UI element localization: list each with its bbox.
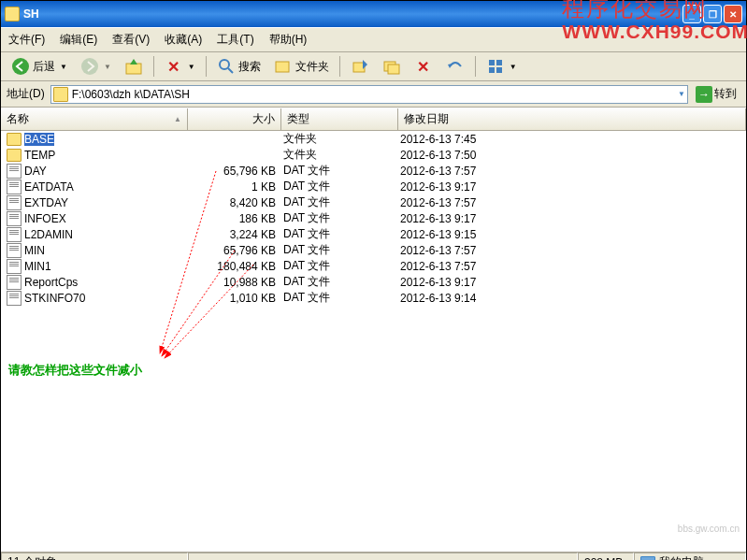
address-input-wrap[interactable]: ▼ (50, 85, 688, 104)
close-button[interactable]: ✕ (724, 5, 742, 23)
file-type: DAT 文件 (280, 210, 396, 226)
table-row[interactable]: EATDATA1 KBDAT 文件2012-6-13 9:17 (1, 179, 746, 194)
file-date: 2012-6-13 7:45 (396, 133, 744, 146)
separator (475, 56, 476, 77)
computer-icon (640, 556, 655, 561)
address-label: 地址(D) (7, 86, 45, 102)
toolbar: 后退 ▼ ▼ ✕ ▼ 搜索 文件夹 ✕ ▼ (1, 51, 746, 81)
column-size[interactable]: 大小 (188, 108, 281, 130)
search-label: 搜索 (238, 59, 261, 75)
file-date: 2012-6-13 7:57 (396, 165, 744, 178)
menu-help[interactable]: 帮助(H) (266, 30, 311, 50)
column-name[interactable]: 名称▲ (1, 108, 188, 130)
table-row[interactable]: INFOEX186 KBDAT 文件2012-6-13 9:17 (1, 210, 746, 226)
sort-asc-icon: ▲ (174, 115, 181, 123)
up-button[interactable] (120, 54, 148, 79)
statusbar: 11 个对象 328 MB 我的电脑 (1, 552, 746, 560)
table-row[interactable]: MIN1180,484 KBDAT 文件2012-6-13 7:57 (1, 258, 746, 274)
undo-button[interactable] (441, 54, 469, 79)
file-type: DAT 文件 (280, 226, 396, 242)
table-row[interactable]: BASE文件夹2012-6-13 7:45 (1, 131, 746, 147)
file-size: 1,010 KB (186, 292, 280, 305)
menubar: 文件(F) 编辑(E) 查看(V) 收藏(A) 工具(T) 帮助(H) (1, 27, 746, 51)
file-name: MIN (24, 244, 45, 257)
file-size: 3,224 KB (186, 228, 280, 241)
file-icon (7, 259, 22, 274)
file-name: EATDATA (24, 180, 74, 194)
status-count: 11 个对象 (1, 553, 188, 560)
file-type: 文件夹 (280, 147, 396, 163)
table-row[interactable]: MIN65,796 KBDAT 文件2012-6-13 7:57 (1, 242, 746, 258)
file-type: DAT 文件 (280, 242, 396, 258)
file-size: 10,988 KB (186, 276, 280, 289)
menu-favorites[interactable]: 收藏(A) (161, 30, 206, 50)
table-row[interactable]: L2DAMIN3,224 KBDAT 文件2012-6-13 9:15 (1, 226, 746, 242)
status-spacer (188, 553, 578, 560)
search-button[interactable]: 搜索 (212, 54, 266, 79)
undo-icon (446, 57, 465, 76)
go-button[interactable]: → 转到 (692, 84, 740, 105)
forward-button[interactable]: ▼ (76, 54, 116, 79)
column-type[interactable]: 类型 (281, 108, 398, 130)
file-icon (7, 291, 22, 306)
address-input[interactable] (72, 88, 676, 101)
delete2-button[interactable]: ✕ (409, 54, 438, 79)
file-type: DAT 文件 (280, 274, 396, 290)
table-row[interactable]: STKINFO701,010 KBDAT 文件2012-6-13 9:14 (1, 290, 746, 306)
titlebar[interactable]: SH _ ❐ ✕ (1, 1, 746, 27)
file-date: 2012-6-13 9:17 (396, 180, 744, 194)
delete-button[interactable]: ✕ ▼ (160, 54, 200, 79)
file-icon (7, 211, 22, 226)
file-date: 2012-6-13 7:57 (396, 244, 744, 257)
table-row[interactable]: TEMP文件夹2012-6-13 7:50 (1, 147, 746, 163)
file-size: 65,796 KB (186, 244, 280, 257)
forward-icon (80, 57, 99, 76)
minimize-button[interactable]: _ (682, 5, 701, 23)
file-size: 186 KB (186, 212, 280, 225)
file-list[interactable]: BASE文件夹2012-6-13 7:45TEMP文件夹2012-6-13 7:… (1, 131, 746, 552)
folder-icon (7, 149, 22, 162)
file-name: STKINFO70 (24, 292, 85, 305)
file-date: 2012-6-13 7:57 (396, 260, 744, 273)
menu-view[interactable]: 查看(V) (108, 30, 153, 50)
chevron-down-icon: ▼ (188, 63, 195, 71)
maximize-button[interactable]: ❐ (703, 5, 722, 23)
annotation-text: 请教怎样把这些文件减小 (8, 362, 142, 379)
file-date: 2012-6-13 9:14 (396, 292, 744, 305)
move-button[interactable] (346, 54, 374, 79)
copy-button[interactable] (378, 54, 406, 79)
file-date: 2012-6-13 9:15 (396, 228, 744, 241)
table-row[interactable]: ReportCps10,988 KBDAT 文件2012-6-13 9:17 (1, 274, 746, 290)
back-button[interactable]: 后退 ▼ (7, 54, 72, 79)
move-icon (351, 57, 369, 76)
table-row[interactable]: DAY65,796 KBDAT 文件2012-6-13 7:57 (1, 163, 746, 179)
status-size: 328 MB (578, 553, 634, 560)
go-label: 转到 (714, 86, 737, 102)
file-type: DAT 文件 (280, 163, 396, 179)
separator (206, 56, 207, 77)
menu-edit[interactable]: 编辑(E) (56, 30, 101, 50)
file-type: DAT 文件 (280, 179, 396, 194)
file-name: L2DAMIN (24, 228, 73, 241)
views-button[interactable]: ▼ (481, 54, 522, 79)
svg-point-0 (12, 58, 29, 75)
file-date: 2012-6-13 9:17 (396, 212, 744, 225)
addressbar: 地址(D) ▼ → 转到 (1, 81, 746, 108)
chevron-down-icon[interactable]: ▼ (678, 90, 685, 98)
menu-tools[interactable]: 工具(T) (213, 30, 257, 50)
status-location: 我的电脑 (634, 553, 746, 560)
file-name: DAY (24, 165, 47, 178)
file-size: 65,796 KB (186, 165, 280, 178)
views-icon (486, 57, 505, 76)
folders-button[interactable]: 文件夹 (269, 54, 334, 79)
file-date: 2012-6-13 7:57 (396, 196, 744, 209)
file-name: BASE (24, 133, 54, 146)
column-date[interactable]: 修改日期 (398, 108, 746, 130)
table-row[interactable]: EXTDAY8,420 KBDAT 文件2012-6-13 7:57 (1, 194, 746, 210)
file-name: MIN1 (24, 260, 51, 273)
file-size: 8,420 KB (186, 196, 280, 209)
separator (339, 56, 340, 77)
menu-file[interactable]: 文件(F) (5, 30, 49, 50)
svg-point-3 (220, 60, 229, 69)
copy-icon (382, 57, 401, 76)
